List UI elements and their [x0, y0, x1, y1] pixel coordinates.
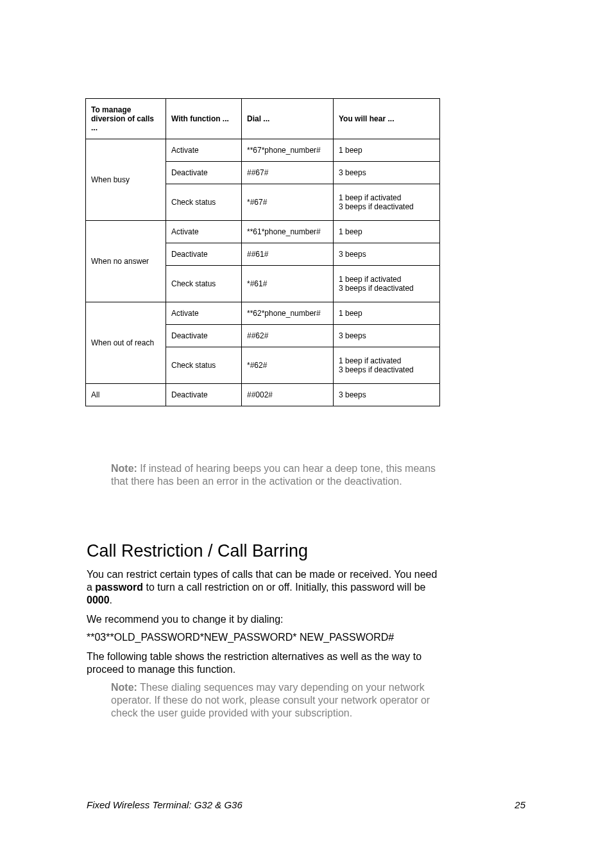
cell-func: Activate: [166, 139, 242, 162]
text-password: password: [95, 582, 143, 593]
hear-line2: 3 beeps if deactivated: [339, 202, 434, 211]
text-fragment: .: [110, 595, 112, 605]
footer-page-number: 25: [514, 799, 525, 810]
group-label: When no answer: [86, 221, 166, 302]
cell-func: Activate: [166, 302, 242, 325]
cell-dial: ##62#: [242, 325, 334, 347]
header-dial: Dial ...: [242, 99, 334, 139]
cell-hear: 1 beep if activated 3 beeps if deactivat…: [334, 266, 440, 302]
cell-func: Deactivate: [166, 325, 242, 347]
note-label: Note:: [111, 463, 137, 474]
paragraph-recommend: We recommend you to change it by dialing…: [87, 613, 439, 626]
note-text: If instead of hearing beeps you can hear…: [111, 463, 436, 487]
hear-line2: 3 beeps if deactivated: [339, 284, 434, 293]
table-row: When no answer Activate **61*phone_numbe…: [86, 221, 440, 243]
cell-hear: 1 beep: [334, 221, 440, 243]
cell-dial: *#67#: [242, 184, 334, 221]
cell-dial: **62*phone_number#: [242, 302, 334, 325]
cell-func: Deactivate: [166, 384, 242, 406]
cell-func: Check status: [166, 184, 242, 221]
cell-dial: *#62#: [242, 347, 334, 384]
cell-hear: 1 beep: [334, 302, 440, 325]
cell-hear: 3 beeps: [334, 162, 440, 184]
cell-dial: **67*phone_number#: [242, 139, 334, 162]
paragraph-table-intro: The following table shows the restrictio…: [87, 650, 439, 676]
header-manage: To manage diversion of calls ...: [86, 99, 166, 139]
cell-func: Deactivate: [166, 162, 242, 184]
table-row: When out of reach Activate **62*phone_nu…: [86, 302, 440, 325]
table-row: When busy Activate **67*phone_number# 1 …: [86, 139, 440, 162]
note-text: These dialing sequences may vary dependi…: [111, 682, 430, 718]
note-label: Note:: [111, 682, 137, 693]
cell-hear: 3 beeps: [334, 325, 440, 347]
cell-hear: 1 beep if activated 3 beeps if deactivat…: [334, 347, 440, 384]
paragraph-intro: You can restrict certain types of calls …: [87, 568, 439, 607]
text-default-password: 0000: [87, 595, 110, 605]
header-hear: You will hear ...: [334, 99, 440, 139]
diversion-table-container: To manage diversion of calls ... With fu…: [85, 98, 439, 406]
footer-title: Fixed Wireless Terminal: G32 & G36: [87, 799, 242, 810]
cell-hear: 3 beeps: [334, 243, 440, 266]
cell-func: Check status: [166, 347, 242, 384]
header-function: With function ...: [166, 99, 242, 139]
cell-hear: 1 beep: [334, 139, 440, 162]
cell-func: Check status: [166, 266, 242, 302]
table-row: All Deactivate ##002# 3 beeps: [86, 384, 440, 406]
section-heading: Call Restriction / Call Barring: [87, 541, 308, 561]
diversion-table: To manage diversion of calls ... With fu…: [85, 98, 440, 406]
note-operator: Note: These dialing sequences may vary d…: [111, 681, 438, 720]
note-error: Note: If instead of hearing beeps you ca…: [111, 462, 438, 488]
cell-func: Deactivate: [166, 243, 242, 266]
hear-line1: 1 beep if activated: [339, 275, 434, 284]
cell-dial: **61*phone_number#: [242, 221, 334, 243]
paragraph-dial-sequence: **03**OLD_PASSWORD*NEW_PASSWORD* NEW_PAS…: [87, 631, 439, 644]
cell-dial: ##002#: [242, 384, 334, 406]
table-header-row: To manage diversion of calls ... With fu…: [86, 99, 440, 139]
cell-dial: ##67#: [242, 162, 334, 184]
cell-hear: 3 beeps: [334, 384, 440, 406]
group-label: When out of reach: [86, 302, 166, 384]
hear-line1: 1 beep if activated: [339, 356, 434, 365]
cell-dial: *#61#: [242, 266, 334, 302]
cell-hear: 1 beep if activated 3 beeps if deactivat…: [334, 184, 440, 221]
group-label: When busy: [86, 139, 166, 221]
hear-line1: 1 beep if activated: [339, 193, 434, 202]
hear-line2: 3 beeps if deactivated: [339, 365, 434, 374]
cell-func: Activate: [166, 221, 242, 243]
page-root: To manage diversion of calls ... With fu…: [0, 0, 612, 868]
group-label: All: [86, 384, 166, 406]
text-fragment: to turn a call restriction on or off. In…: [143, 582, 425, 593]
cell-dial: ##61#: [242, 243, 334, 266]
